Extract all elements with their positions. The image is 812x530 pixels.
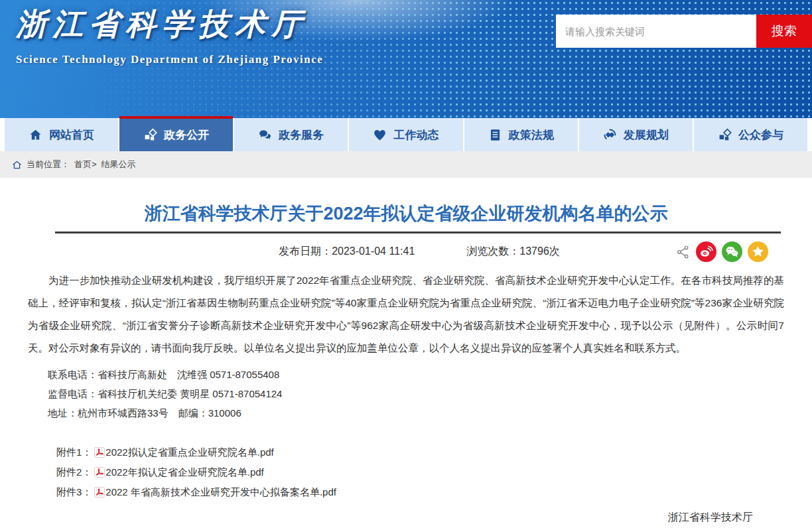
nav-item-gov-services[interactable]: 政务服务 xyxy=(234,118,349,151)
document-icon xyxy=(488,128,502,142)
wechat-icon[interactable] xyxy=(722,241,742,262)
disclosure-icon xyxy=(143,128,157,142)
nav-item-policies[interactable]: 政策法规 xyxy=(464,118,579,151)
nav-item-work-news[interactable]: 工作动态 xyxy=(349,118,464,151)
contact-info: 联系电话：省科技厅高新处 沈维强 0571-87055408 监督电话：省科技厅… xyxy=(28,365,784,423)
pdf-icon xyxy=(94,487,105,497)
search-button[interactable]: 搜索 xyxy=(756,15,812,48)
contact-line: 地址：杭州市环城西路33号 邮编：310006 xyxy=(28,403,784,423)
nav-item-gov-disclosure[interactable]: 政务公开 xyxy=(119,118,234,151)
pdf-icon xyxy=(94,467,105,478)
site-header: 浙江省科学技术厅 Science Technology Department o… xyxy=(0,0,812,118)
nav-item-label: 网站首页 xyxy=(49,127,94,143)
nav-item-development-plan[interactable]: 发展规划 xyxy=(579,118,694,151)
contact-line: 联系电话：省科技厅高新处 沈维强 0571-87055408 xyxy=(28,365,784,384)
main-nav: 网站首页 政务公开 政务服务 工作动态 政策法规 发展规划 公众参与 xyxy=(5,118,807,151)
home-icon xyxy=(29,128,42,142)
weibo-icon[interactable] xyxy=(696,241,716,262)
attachment-row: 附件1： 2022拟认定省重点企业研究院名单.pdf xyxy=(28,442,784,462)
site-title: 浙江省科学技术厅 xyxy=(16,4,323,45)
nav-item-label: 工作动态 xyxy=(393,127,439,143)
chat-bubbles-icon xyxy=(258,128,272,142)
nav-item-label: 政务服务 xyxy=(279,127,324,143)
site-subtitle: Science Technology Department of Zhejian… xyxy=(16,53,323,66)
view-count: 浏览次数：13796次 xyxy=(466,245,560,259)
attachment-link[interactable]: 2022 年省高新技术企业研究开发中心拟备案名单.pdf xyxy=(105,486,336,499)
attachment-link[interactable]: 2022拟认定省重点企业研究院名单.pdf xyxy=(105,446,273,459)
handshake-icon xyxy=(603,128,617,142)
search-input[interactable] xyxy=(556,15,756,48)
participation-icon xyxy=(718,128,732,142)
signature-date: 2022年12月31日 xyxy=(28,527,753,530)
signature-org: 浙江省科学技术厅 xyxy=(28,507,753,527)
site-logo[interactable]: 浙江省科学技术厅 Science Technology Department o… xyxy=(16,4,323,66)
attachment-label: 附件2： xyxy=(56,466,92,479)
pdf-icon xyxy=(94,447,105,458)
article-meta: 发布日期：2023-01-04 11:41 浏览次数：13796次 xyxy=(28,233,784,261)
nav-item-label: 政务公开 xyxy=(164,127,209,143)
nav-item-public-participation[interactable]: 公众参与 xyxy=(694,118,807,151)
attachment-label: 附件1： xyxy=(56,446,92,459)
breadcrumb-home-icon xyxy=(12,160,22,170)
nav-item-label: 发展规划 xyxy=(624,127,669,143)
breadcrumb-prefix: 当前位置： xyxy=(27,159,70,170)
signature-block: 浙江省科学技术厅 2022年12月31日 xyxy=(28,507,784,530)
breadcrumb-home-link[interactable]: 首页> xyxy=(74,159,97,170)
breadcrumb: 当前位置： 首页> 结果公示 xyxy=(0,151,812,178)
publish-date: 发布日期：2023-01-04 11:41 xyxy=(279,245,415,259)
share-icon[interactable] xyxy=(676,245,691,259)
breadcrumb-current: 结果公示 xyxy=(102,159,136,170)
contact-line: 监督电话：省科技厅机关纪委 黄明星 0571-87054124 xyxy=(28,384,784,403)
page-title: 浙江省科学技术厅关于2022年拟认定省级企业研发机构名单的公示 xyxy=(28,200,784,227)
nav-item-label: 公众参与 xyxy=(738,127,783,143)
heart-icon xyxy=(373,128,387,142)
share-bar xyxy=(676,241,768,262)
search-bar: 搜索 xyxy=(556,15,812,48)
nav-item-home[interactable]: 网站首页 xyxy=(5,118,119,151)
attachment-row: 附件2： 2022年拟认定省企业研究院名单.pdf xyxy=(28,462,784,482)
attachments: 附件1： 2022拟认定省重点企业研究院名单.pdf 附件2： 2022年拟认定… xyxy=(28,442,784,502)
article-paragraph: 为进一步加快推动企业研发机构建设，我厅组织开展了2022年省重点企业研究院、省企… xyxy=(28,269,784,360)
qzone-star-icon[interactable] xyxy=(748,241,768,262)
attachment-link[interactable]: 2022年拟认定省企业研究院名单.pdf xyxy=(105,466,263,479)
attachment-label: 附件3： xyxy=(56,486,92,499)
attachment-row: 附件3： 2022 年省高新技术企业研究开发中心拟备案名单.pdf xyxy=(28,482,784,502)
article-content: 浙江省科学技术厅关于2022年拟认定省级企业研发机构名单的公示 发布日期：202… xyxy=(0,178,812,530)
nav-item-label: 政策法规 xyxy=(509,127,554,143)
